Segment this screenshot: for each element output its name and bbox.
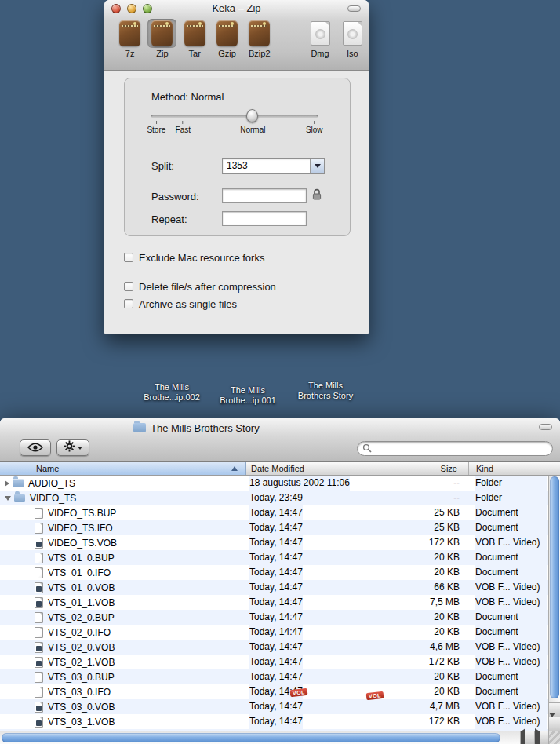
file-row[interactable]: VTS_02_1.VOB Today, 14:47 172 KB VOB F..… <box>0 655 548 669</box>
file-icon <box>35 523 43 534</box>
toolbar-toggle-pill[interactable] <box>347 5 361 12</box>
format-icon-highlight <box>180 19 209 48</box>
format-icon-highlight <box>213 19 242 48</box>
format-label: Dmg <box>311 49 329 58</box>
option-row[interactable]: Exclude Mac resource forks <box>124 251 276 264</box>
file-icon <box>35 627 43 638</box>
size-cell: 4,7 MB <box>376 699 460 714</box>
file-row[interactable]: VTS_02_0.IFO Today, 14:47 20 KB Document <box>0 625 548 640</box>
file-row[interactable]: AUDIO_TS 18 augustus 2002 11:06 -- Folde… <box>0 476 548 491</box>
kind-cell: Document <box>475 565 547 580</box>
format-button[interactable]: 7z <box>114 19 146 58</box>
file-name: VTS_03_1.VOB <box>48 717 115 728</box>
search-field[interactable] <box>357 441 553 456</box>
file-row[interactable]: VTS_01_0.IFO Today, 14:47 20 KB Document <box>0 565 548 580</box>
kind-cell: VOB F... Video) <box>475 655 547 669</box>
column-header-date-modified[interactable]: Date Modified <box>246 462 384 475</box>
minimize-button[interactable] <box>127 4 136 13</box>
format-button[interactable]: Tar <box>179 19 211 58</box>
horizontal-scrollbar-thumb[interactable] <box>2 733 500 742</box>
split-combobox[interactable]: 1353 <box>222 158 325 174</box>
file-row[interactable]: VIDEO_TS.VOB Today, 14:47 172 KB VOB F..… <box>0 535 548 550</box>
repeat-field[interactable] <box>222 211 307 226</box>
file-row[interactable]: VTS_01_0.BUP Today, 14:47 20 KB Document <box>0 550 548 565</box>
password-field[interactable] <box>222 188 307 203</box>
name-cell: VTS_01_0.IFO <box>0 565 246 580</box>
kind-cell: Document <box>475 505 547 520</box>
archive-format-icon <box>249 20 270 46</box>
column-header-name[interactable]: Name <box>0 462 246 475</box>
split-label: Split: <box>151 160 174 172</box>
slider-tick <box>156 121 157 124</box>
size-cell: 20 KB <box>376 610 460 625</box>
format-button[interactable]: Zip <box>146 19 178 58</box>
disclosure-triangle[interactable] <box>5 480 9 487</box>
size-cell: 20 KB <box>376 684 460 699</box>
keka-titlebar[interactable]: Keka – Zip <box>104 0 369 17</box>
column-header-kind[interactable]: Kind <box>469 462 560 475</box>
scroll-down-button[interactable] <box>549 717 560 731</box>
option-row[interactable]: Delete file/s after compression <box>124 280 276 293</box>
keka-window-body: Method: Normal Store <box>104 71 369 334</box>
horizontal-scrollbar[interactable] <box>0 731 548 744</box>
file-row[interactable]: VTS_03_0.IFO Today, 14:47 20 KB Document <box>0 684 548 699</box>
checkbox[interactable] <box>124 299 133 308</box>
option-row[interactable]: Archive as single files <box>124 297 276 310</box>
desktop-icon[interactable]: VOL The Mills Brothe...ip.001 <box>209 340 287 406</box>
file-name: VTS_02_0.IFO <box>48 627 111 638</box>
format-button[interactable]: Gzip <box>211 19 243 58</box>
file-row[interactable]: VTS_03_0.BUP Today, 14:47 20 KB Document <box>0 669 548 684</box>
vertical-scrollbar-thumb[interactable] <box>550 476 559 698</box>
kind-cell: Folder <box>475 476 547 491</box>
checkbox[interactable] <box>124 253 133 262</box>
resize-grip[interactable] <box>548 731 560 744</box>
name-cell: VIDEO_TS <box>0 491 246 505</box>
desktop-icon[interactable]: VOL The Mills Brothe...ip.002 <box>133 337 211 403</box>
close-button[interactable] <box>111 4 121 13</box>
size-cell: -- <box>376 476 460 491</box>
format-button[interactable]: Iso <box>336 19 369 58</box>
keka-window-chrome[interactable]: Keka – Zip 7z <box>104 0 369 71</box>
disclosure-triangle[interactable] <box>5 496 11 501</box>
file-icon <box>35 657 43 668</box>
format-button[interactable]: Dmg <box>304 19 336 58</box>
desktop-icon[interactable]: The Mills Brothers Story <box>286 337 365 401</box>
kind-cell: VOB F... Video) <box>475 535 547 550</box>
format-label: Zip <box>156 49 168 58</box>
toolbar-toggle-pill[interactable] <box>539 424 552 430</box>
format-label: Gzip <box>218 49 236 58</box>
archive-format-icon <box>343 21 362 46</box>
scroll-left-button[interactable] <box>520 731 534 744</box>
file-row[interactable]: VTS_01_0.VOB Today, 14:47 66 KB VOB F...… <box>0 580 548 595</box>
file-icon <box>13 479 24 487</box>
scroll-right-button[interactable] <box>534 731 548 744</box>
file-row[interactable]: VTS_02_0.VOB Today, 14:47 4,6 MB VOB F..… <box>0 640 548 655</box>
date-modified-cell: Today, 14:47 <box>249 595 303 610</box>
vertical-scrollbar[interactable] <box>548 476 560 731</box>
zoom-button[interactable] <box>143 4 152 13</box>
quick-look-button[interactable] <box>20 439 51 456</box>
file-name: VTS_03_0.IFO <box>48 687 111 698</box>
format-button[interactable]: Bzip2 <box>243 19 275 58</box>
column-header-size[interactable]: Size <box>384 462 469 475</box>
file-row[interactable]: VIDEO_TS.IFO Today, 14:47 25 KB Document <box>0 520 548 535</box>
file-row[interactable]: VIDEO_TS Today, 23:49 -- Folder <box>0 491 548 505</box>
file-row[interactable]: VTS_02_0.BUP Today, 14:47 20 KB Document <box>0 610 548 625</box>
action-menu-button[interactable] <box>56 439 89 456</box>
name-cell: VTS_03_0.BUP <box>0 669 246 684</box>
file-row[interactable]: VTS_01_1.VOB Today, 14:47 7,5 MB VOB F..… <box>0 595 548 610</box>
split-dropdown-button[interactable] <box>310 159 324 173</box>
size-cell: 20 KB <box>376 625 460 640</box>
slider-stop: Fast <box>176 121 191 134</box>
file-row[interactable]: VTS_03_0.VOB Today, 14:47 4,7 MB VOB F..… <box>0 699 548 714</box>
checkbox[interactable] <box>124 282 133 291</box>
kind-cell: Document <box>475 684 547 699</box>
arrow-right-icon <box>535 728 540 744</box>
search-input[interactable] <box>375 442 543 455</box>
file-row[interactable]: VIDEO_TS.BUP Today, 14:47 25 KB Document <box>0 505 548 520</box>
file-name: VTS_02_0.BUP <box>48 612 115 623</box>
file-row[interactable]: VTS_03_1.VOB Today, 14:47 172 KB VOB F..… <box>0 714 548 729</box>
file-icon <box>35 597 43 608</box>
lock-icon <box>311 188 322 204</box>
finder-chrome[interactable]: The Mills Brothers Story <box>0 418 560 462</box>
